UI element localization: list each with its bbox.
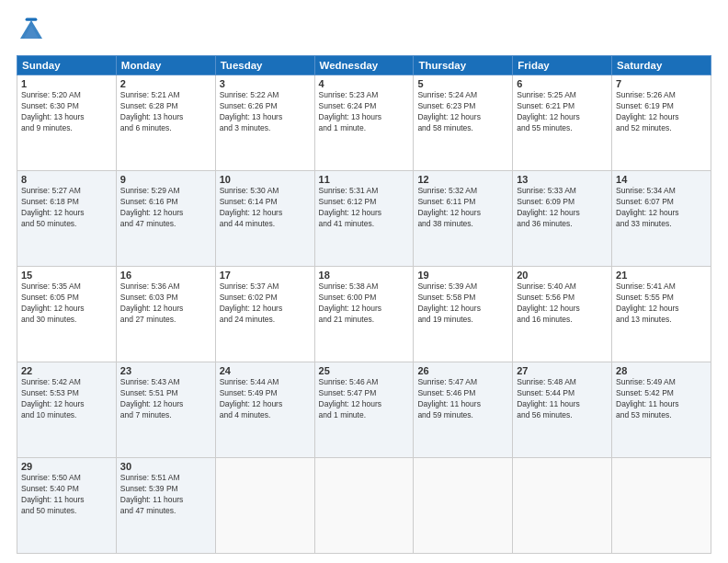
calendar-cell: 8Sunrise: 5:27 AM Sunset: 6:18 PM Daylig… [17, 171, 117, 267]
day-info: Sunrise: 5:42 AM Sunset: 5:53 PM Dayligh… [21, 377, 112, 421]
calendar-week-3: 15Sunrise: 5:35 AM Sunset: 6:05 PM Dayli… [17, 267, 711, 362]
weekday-header-saturday: Saturday [612, 56, 711, 75]
day-number: 20 [517, 270, 608, 281]
day-number: 1 [21, 78, 112, 89]
day-info: Sunrise: 5:39 AM Sunset: 5:58 PM Dayligh… [417, 282, 508, 326]
svg-rect-2 [26, 18, 38, 21]
day-info: Sunrise: 5:34 AM Sunset: 6:07 PM Dayligh… [616, 186, 707, 230]
day-number: 17 [220, 270, 311, 281]
day-number: 18 [319, 270, 410, 281]
calendar-cell [612, 458, 711, 554]
day-info: Sunrise: 5:30 AM Sunset: 6:14 PM Dayligh… [220, 186, 311, 230]
day-number: 19 [417, 270, 508, 281]
day-number: 27 [517, 365, 608, 376]
calendar-table: SundayMondayTuesdayWednesdayThursdayFrid… [17, 55, 711, 554]
calendar-cell: 7Sunrise: 5:26 AM Sunset: 6:19 PM Daylig… [612, 75, 711, 171]
weekday-header-wednesday: Wednesday [314, 56, 414, 75]
calendar-cell: 11Sunrise: 5:31 AM Sunset: 6:12 PM Dayli… [314, 171, 414, 267]
day-info: Sunrise: 5:31 AM Sunset: 6:12 PM Dayligh… [319, 186, 410, 230]
day-number: 23 [120, 365, 211, 376]
calendar-week-5: 29Sunrise: 5:50 AM Sunset: 5:40 PM Dayli… [17, 458, 711, 554]
calendar-cell [215, 458, 314, 554]
calendar-cell: 9Sunrise: 5:29 AM Sunset: 6:16 PM Daylig… [116, 171, 215, 267]
day-number: 3 [220, 78, 311, 89]
weekday-header-sunday: Sunday [17, 56, 117, 75]
calendar-cell: 3Sunrise: 5:22 AM Sunset: 6:26 PM Daylig… [215, 75, 314, 171]
day-number: 8 [21, 174, 112, 185]
calendar-cell: 13Sunrise: 5:33 AM Sunset: 6:09 PM Dayli… [513, 171, 612, 267]
day-info: Sunrise: 5:27 AM Sunset: 6:18 PM Dayligh… [21, 186, 112, 230]
day-info: Sunrise: 5:50 AM Sunset: 5:40 PM Dayligh… [21, 473, 112, 517]
day-number: 13 [517, 174, 608, 185]
day-number: 29 [21, 461, 112, 472]
day-number: 11 [319, 174, 410, 185]
day-number: 24 [220, 365, 311, 376]
day-info: Sunrise: 5:37 AM Sunset: 6:02 PM Dayligh… [220, 282, 311, 326]
calendar-cell: 30Sunrise: 5:51 AM Sunset: 5:39 PM Dayli… [116, 458, 215, 554]
calendar-cell: 26Sunrise: 5:47 AM Sunset: 5:46 PM Dayli… [414, 362, 513, 458]
weekday-header-row: SundayMondayTuesdayWednesdayThursdayFrid… [17, 56, 711, 75]
logo [17, 17, 50, 46]
calendar-cell: 27Sunrise: 5:48 AM Sunset: 5:44 PM Dayli… [513, 362, 612, 458]
calendar-cell: 12Sunrise: 5:32 AM Sunset: 6:11 PM Dayli… [414, 171, 513, 267]
day-number: 7 [616, 78, 707, 89]
calendar-cell: 29Sunrise: 5:50 AM Sunset: 5:40 PM Dayli… [17, 458, 117, 554]
weekday-header-tuesday: Tuesday [215, 56, 314, 75]
day-number: 28 [616, 365, 707, 376]
day-info: Sunrise: 5:46 AM Sunset: 5:47 PM Dayligh… [319, 377, 410, 421]
day-info: Sunrise: 5:24 AM Sunset: 6:23 PM Dayligh… [417, 90, 508, 134]
day-number: 9 [120, 174, 211, 185]
calendar-cell: 10Sunrise: 5:30 AM Sunset: 6:14 PM Dayli… [215, 171, 314, 267]
calendar-cell: 28Sunrise: 5:49 AM Sunset: 5:42 PM Dayli… [612, 362, 711, 458]
day-info: Sunrise: 5:51 AM Sunset: 5:39 PM Dayligh… [120, 473, 211, 517]
calendar-cell: 19Sunrise: 5:39 AM Sunset: 5:58 PM Dayli… [414, 267, 513, 362]
day-info: Sunrise: 5:35 AM Sunset: 6:05 PM Dayligh… [21, 282, 112, 326]
calendar-cell [314, 458, 414, 554]
header [17, 17, 711, 46]
calendar-cell: 23Sunrise: 5:43 AM Sunset: 5:51 PM Dayli… [116, 362, 215, 458]
day-info: Sunrise: 5:47 AM Sunset: 5:46 PM Dayligh… [417, 377, 508, 421]
weekday-header-thursday: Thursday [414, 56, 513, 75]
day-number: 5 [417, 78, 508, 89]
calendar-cell: 1Sunrise: 5:20 AM Sunset: 6:30 PM Daylig… [17, 75, 117, 171]
day-number: 2 [120, 78, 211, 89]
day-info: Sunrise: 5:26 AM Sunset: 6:19 PM Dayligh… [616, 90, 707, 134]
calendar-cell: 22Sunrise: 5:42 AM Sunset: 5:53 PM Dayli… [17, 362, 117, 458]
day-info: Sunrise: 5:29 AM Sunset: 6:16 PM Dayligh… [120, 186, 211, 230]
day-number: 4 [319, 78, 410, 89]
day-info: Sunrise: 5:38 AM Sunset: 6:00 PM Dayligh… [319, 282, 410, 326]
page: SundayMondayTuesdayWednesdayThursdayFrid… [0, 0, 728, 563]
day-number: 14 [616, 174, 707, 185]
day-number: 30 [120, 461, 211, 472]
day-info: Sunrise: 5:32 AM Sunset: 6:11 PM Dayligh… [417, 186, 508, 230]
calendar-cell: 16Sunrise: 5:36 AM Sunset: 6:03 PM Dayli… [116, 267, 215, 362]
calendar-cell: 24Sunrise: 5:44 AM Sunset: 5:49 PM Dayli… [215, 362, 314, 458]
logo-icon [17, 17, 46, 46]
day-number: 16 [120, 270, 211, 281]
day-info: Sunrise: 5:36 AM Sunset: 6:03 PM Dayligh… [120, 282, 211, 326]
calendar-cell: 15Sunrise: 5:35 AM Sunset: 6:05 PM Dayli… [17, 267, 117, 362]
calendar-cell [513, 458, 612, 554]
calendar-cell: 2Sunrise: 5:21 AM Sunset: 6:28 PM Daylig… [116, 75, 215, 171]
day-number: 12 [417, 174, 508, 185]
day-info: Sunrise: 5:48 AM Sunset: 5:44 PM Dayligh… [517, 377, 608, 421]
day-info: Sunrise: 5:44 AM Sunset: 5:49 PM Dayligh… [220, 377, 311, 421]
calendar-cell: 18Sunrise: 5:38 AM Sunset: 6:00 PM Dayli… [314, 267, 414, 362]
calendar-cell: 5Sunrise: 5:24 AM Sunset: 6:23 PM Daylig… [414, 75, 513, 171]
day-info: Sunrise: 5:49 AM Sunset: 5:42 PM Dayligh… [616, 377, 707, 421]
day-number: 22 [21, 365, 112, 376]
calendar-week-1: 1Sunrise: 5:20 AM Sunset: 6:30 PM Daylig… [17, 75, 711, 171]
day-info: Sunrise: 5:40 AM Sunset: 5:56 PM Dayligh… [517, 282, 608, 326]
day-number: 6 [517, 78, 608, 89]
weekday-header-monday: Monday [116, 56, 215, 75]
calendar-cell: 6Sunrise: 5:25 AM Sunset: 6:21 PM Daylig… [513, 75, 612, 171]
calendar-week-4: 22Sunrise: 5:42 AM Sunset: 5:53 PM Dayli… [17, 362, 711, 458]
day-info: Sunrise: 5:43 AM Sunset: 5:51 PM Dayligh… [120, 377, 211, 421]
day-info: Sunrise: 5:41 AM Sunset: 5:55 PM Dayligh… [616, 282, 707, 326]
calendar-cell: 25Sunrise: 5:46 AM Sunset: 5:47 PM Dayli… [314, 362, 414, 458]
day-info: Sunrise: 5:23 AM Sunset: 6:24 PM Dayligh… [319, 90, 410, 134]
calendar-cell: 21Sunrise: 5:41 AM Sunset: 5:55 PM Dayli… [612, 267, 711, 362]
day-info: Sunrise: 5:21 AM Sunset: 6:28 PM Dayligh… [120, 90, 211, 134]
day-info: Sunrise: 5:33 AM Sunset: 6:09 PM Dayligh… [517, 186, 608, 230]
calendar-cell: 17Sunrise: 5:37 AM Sunset: 6:02 PM Dayli… [215, 267, 314, 362]
